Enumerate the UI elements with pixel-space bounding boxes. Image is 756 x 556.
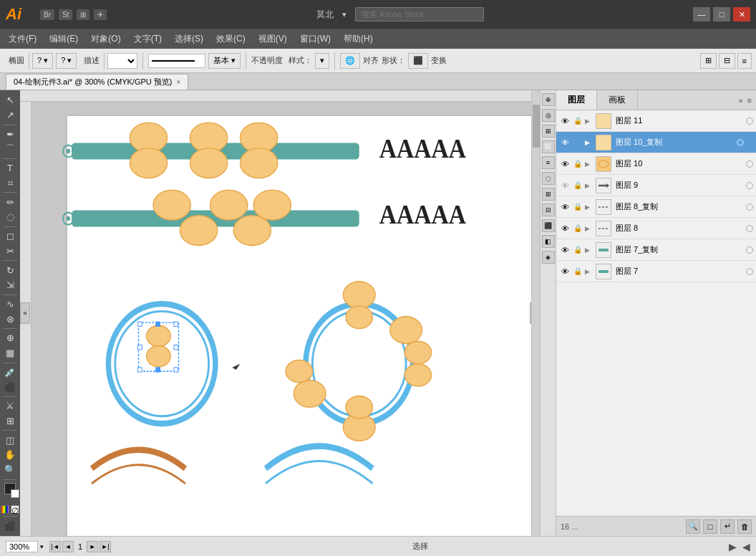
layers-delete-btn[interactable]: 🗑 (737, 519, 752, 534)
globe-btn[interactable]: 🌐 (340, 53, 360, 69)
bridge-btn[interactable]: Br (40, 9, 54, 20)
layers-search-btn[interactable]: 🔍 (686, 519, 700, 534)
layer-11-eye[interactable]: 👁 (559, 115, 571, 127)
rp-btn-5[interactable]: ≡ (542, 156, 555, 169)
symbol-btn[interactable]: ⊕ (1, 331, 19, 345)
menu-window[interactable]: 窗口(W) (294, 30, 336, 48)
canvas-area[interactable]: AAAAA AAAAA (20, 90, 540, 536)
chart-btn[interactable]: ▦ (1, 346, 19, 360)
document-tab[interactable]: 04-绘制元件3.ai* @ 300% (CMYK/GPU 预览) × (6, 74, 188, 90)
menu-object[interactable]: 对象(O) (85, 30, 126, 48)
blob-btn[interactable]: ◌ (1, 210, 19, 224)
arrange-btn[interactable]: ⊞ (700, 53, 717, 69)
minimize-btn[interactable]: — (693, 7, 710, 21)
layers-menu-btn[interactable]: ≡ (746, 95, 753, 106)
layers-move-btn[interactable]: ↵ (720, 519, 735, 534)
maximize-btn[interactable]: □ (713, 7, 730, 21)
paintbucket-btn[interactable]: ⬛ (1, 380, 19, 394)
layer-row-11[interactable]: 👁 🔒 ▶ 图层 11 (556, 110, 756, 132)
layer-11-lock[interactable]: 🔒 (573, 116, 583, 126)
artboards-tab[interactable]: 画板 (597, 90, 638, 110)
pen-tool-btn[interactable]: ✒ (1, 127, 19, 141)
blend-btn[interactable]: ⊛ (1, 312, 19, 326)
stock-search-input[interactable] (355, 7, 484, 21)
warp-btn[interactable]: ∿ (1, 297, 19, 312)
align2-btn[interactable]: ⊟ (719, 53, 735, 69)
scale-btn[interactable]: ⇲ (1, 278, 19, 292)
layer-7-lock[interactable]: 🔒 (573, 267, 583, 277)
menu-view[interactable]: 视图(V) (253, 30, 293, 48)
rp-btn-2[interactable]: ◎ (542, 109, 555, 122)
eraser-btn[interactable]: ◻ (1, 229, 19, 244)
layer-10-eye[interactable]: 👁 (559, 158, 571, 170)
menu-help[interactable]: 帮助(H) (338, 30, 379, 48)
slice-btn[interactable]: ⚔ (1, 399, 19, 413)
layer-9-eye[interactable]: 👁 (559, 180, 571, 191)
layer-7-arrow[interactable]: ▶ (585, 268, 593, 275)
curvature-btn[interactable]: ⌒ (1, 142, 19, 156)
pencil-btn[interactable]: ✏ (1, 195, 19, 209)
shape-edit-btn[interactable]: ⬛ (408, 53, 428, 69)
rp-btn-11[interactable]: ◈ (542, 251, 555, 264)
last-page-btn[interactable]: ►| (100, 541, 111, 552)
layer-7-eye[interactable]: 👁 (559, 266, 571, 277)
eyedropper-btn[interactable]: 💉 (1, 365, 19, 379)
rp-btn-8[interactable]: ⊟ (542, 203, 555, 216)
desc-dropdown[interactable] (107, 53, 137, 69)
left-collapse-handle[interactable]: « (20, 302, 30, 324)
layer-row-9[interactable]: 👁 🔒 ▶ 图层 9 (556, 175, 756, 196)
layer-8-eye[interactable]: 👁 (559, 223, 571, 234)
fill-color[interactable] (4, 483, 16, 494)
zoom-tool-btn[interactable]: 🔍 (1, 463, 19, 477)
layer-7copy-lock[interactable]: 🔒 (573, 245, 583, 255)
rp-btn-7[interactable]: ⊞ (542, 188, 555, 201)
question-btn1[interactable]: ? ▾ (32, 53, 53, 69)
menu-select[interactable]: 选择(S) (169, 30, 209, 48)
none-btn[interactable]: ∅ (11, 505, 19, 514)
layer-8copy-arrow[interactable]: ▶ (585, 203, 593, 211)
rotate-btn[interactable]: ↻ (1, 263, 19, 277)
brush-tool-btn[interactable]: ⌗ (1, 176, 19, 191)
rp-btn-3[interactable]: ⊞ (542, 125, 555, 138)
layer-row-10[interactable]: 👁 🔒 ▶ 图层 10 (556, 153, 756, 175)
layer-10copy-lock[interactable] (573, 138, 583, 148)
first-page-btn[interactable]: |◄ (49, 541, 61, 552)
canvas-scrollbar-v[interactable] (531, 90, 540, 536)
layer-9-lock[interactable]: 🔒 (573, 181, 583, 191)
tab-close-btn[interactable]: × (176, 78, 180, 86)
stroke-color[interactable] (11, 489, 19, 498)
style-dropdown[interactable]: ▾ (315, 53, 329, 69)
scrollbar-thumb[interactable] (533, 105, 540, 148)
menu-edit[interactable]: 编辑(E) (44, 30, 84, 48)
mode-btn[interactable]: 基本 ▾ (208, 53, 241, 69)
rp-btn-1[interactable]: ⊕ (542, 93, 555, 106)
layer-8copy-eye[interactable]: 👁 (559, 201, 571, 213)
layers-tab[interactable]: 图层 (556, 90, 597, 110)
rp-btn-4[interactable]: ⬜ (542, 140, 555, 153)
send-btn[interactable]: ✈ (94, 9, 107, 20)
layer-row-7copy[interactable]: 👁 🔒 ▶ 图层 7_复制 (556, 239, 756, 261)
prev-page-btn[interactable]: ◄ (62, 541, 74, 552)
next-page-btn[interactable]: ► (87, 541, 98, 552)
menu-effect[interactable]: 效果(C) (210, 30, 251, 48)
menu-file[interactable]: 文件(F) (3, 30, 42, 48)
select-tool-btn[interactable]: ↖ (1, 93, 19, 107)
layers-expand-btn[interactable]: » (737, 95, 744, 106)
art-board-btn[interactable]: ⬛ (1, 519, 19, 533)
menu2-btn[interactable]: ≡ (737, 53, 752, 69)
layer-10copy-arrow[interactable]: ▶ (585, 139, 593, 146)
gradient-btn[interactable]: ◫ (1, 433, 19, 447)
question-btn2[interactable]: ? ▾ (56, 53, 77, 69)
layer-10copy-eye[interactable]: 👁 (559, 137, 571, 148)
direct-select-btn[interactable]: ↗ (1, 108, 19, 123)
layers-new-layer-btn[interactable]: □ (703, 519, 717, 534)
layer-11-arrow[interactable]: ▶ (585, 118, 593, 125)
rp-btn-6[interactable]: ◌ (542, 172, 555, 185)
layer-7copy-arrow[interactable]: ▶ (585, 246, 593, 254)
grid-view-btn[interactable]: ⊞ (77, 9, 89, 20)
layer-10-arrow[interactable]: ▶ (585, 160, 593, 168)
layer-row-8[interactable]: 👁 🔒 ▶ 图层 8 (556, 218, 756, 239)
layer-row-8copy[interactable]: 👁 🔒 ▶ 图层 8_复制 (556, 196, 756, 218)
layer-row-7[interactable]: 👁 🔒 ▶ 图层 7 (556, 261, 756, 282)
layer-10-lock[interactable]: 🔒 (573, 159, 583, 169)
